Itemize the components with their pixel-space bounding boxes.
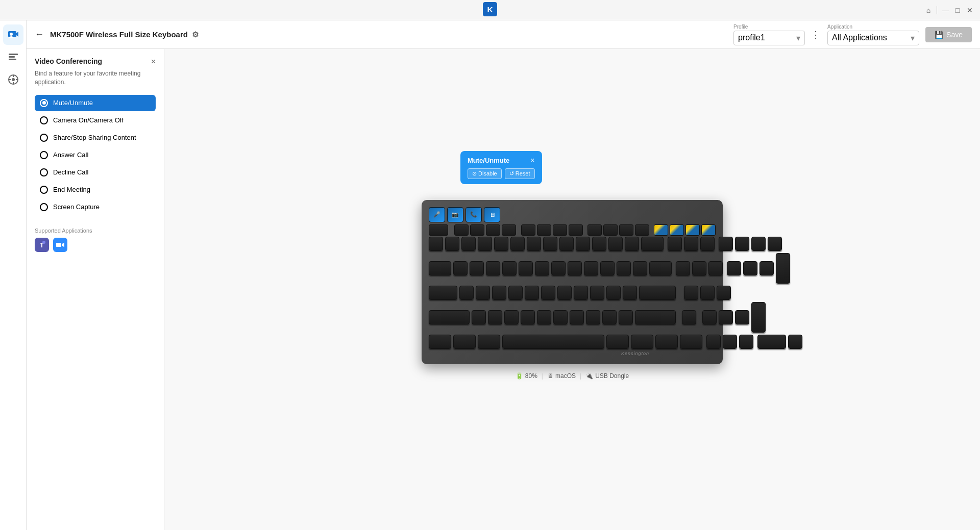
a-key[interactable] [459,286,474,300]
video-conf-nav-button[interactable] [3,24,23,45]
period-key[interactable] [602,310,617,324]
backspace-key[interactable] [641,237,664,251]
ralt-key[interactable] [606,335,629,349]
fn-special-key-1[interactable] [654,224,668,236]
macros-nav-button[interactable] [3,47,23,67]
fn-special-key-3[interactable] [685,224,700,236]
option-mute-unmute[interactable]: Mute/Unmute [35,95,156,111]
num0-key[interactable] [757,335,786,349]
more-options-button[interactable]: ⋮ [811,29,821,40]
z-key[interactable] [472,310,486,324]
option-answer[interactable]: Answer Call [35,147,156,163]
num2-key[interactable] [719,310,733,324]
g-key[interactable] [525,286,539,300]
num-dot-key[interactable] [788,335,802,349]
fn-special-key-4[interactable] [701,224,716,236]
h-key[interactable] [541,286,555,300]
pgup-key[interactable] [700,237,715,251]
delete-key[interactable] [676,261,690,275]
option-share[interactable]: Share/Stop Sharing Content [35,130,156,146]
0-key[interactable] [592,237,606,251]
f8-key[interactable] [569,224,583,236]
j-key[interactable] [557,286,572,300]
lalt-key[interactable] [478,335,500,349]
lwin-key[interactable] [453,335,476,349]
v-key[interactable] [521,310,535,324]
tooltip-reset-button[interactable]: ↺ Reset [505,168,535,179]
space-key[interactable] [502,335,604,349]
s-key[interactable] [476,286,490,300]
fn-special-key-2[interactable] [670,224,684,236]
rshift-key[interactable] [635,310,676,324]
menu-key[interactable] [655,335,678,349]
4-key[interactable] [494,237,508,251]
b-key[interactable] [537,310,551,324]
m-key[interactable] [570,310,584,324]
lshift-key[interactable] [429,310,470,324]
o-key[interactable] [584,261,598,275]
c-key[interactable] [504,310,519,324]
backslash-key[interactable] [649,261,672,275]
num8-key[interactable] [743,261,757,275]
application-select[interactable]: All Applications ▾ [827,31,919,45]
semicolon-key[interactable] [606,286,621,300]
5-key[interactable] [510,237,525,251]
f1-key[interactable] [454,224,469,236]
n-key[interactable] [553,310,568,324]
capslock-key[interactable] [429,286,457,300]
q-key[interactable] [453,261,468,275]
close-button[interactable]: ✕ [966,6,974,14]
end-key[interactable] [692,261,706,275]
u-key[interactable] [551,261,566,275]
tooltip-close-button[interactable]: × [530,156,534,164]
k-key[interactable] [574,286,588,300]
num-plus-key[interactable] [776,253,790,284]
num6-key[interactable] [717,286,731,300]
f2-key[interactable] [470,224,484,236]
tab-key[interactable] [429,261,451,275]
media-key-3[interactable]: 📞 [465,207,482,222]
media-key-4[interactable]: 🖥 [484,207,500,222]
r-key[interactable] [502,261,517,275]
slash-key[interactable] [619,310,633,324]
rbracket-key[interactable] [633,261,647,275]
num9-key[interactable] [760,261,774,275]
profile-select[interactable]: profile1 ▾ [733,31,805,45]
lctrl-key[interactable] [429,335,451,349]
fn-key[interactable] [631,335,653,349]
back-button[interactable]: ← [35,29,44,40]
left-arrow-key[interactable] [706,335,721,349]
down-arrow-key[interactable] [723,335,737,349]
f-key[interactable] [508,286,523,300]
lbracket-key[interactable] [617,261,631,275]
f11-key[interactable] [619,224,633,236]
f10-key[interactable] [603,224,618,236]
panel-close-button[interactable]: × [151,57,156,66]
w-key[interactable] [470,261,484,275]
2-key[interactable] [461,237,476,251]
num5-key[interactable] [700,286,715,300]
f7-key[interactable] [553,224,567,236]
e-key[interactable] [486,261,500,275]
d-key[interactable] [492,286,506,300]
num-minus-key[interactable] [768,237,782,251]
f4-key[interactable] [502,224,516,236]
7-key[interactable] [543,237,557,251]
pgdn-key[interactable] [708,261,723,275]
right-arrow-key[interactable] [739,335,753,349]
up-arrow-key[interactable] [682,310,696,324]
f6-key[interactable] [537,224,551,236]
f3-key[interactable] [486,224,500,236]
quote-key[interactable] [623,286,637,300]
1-key[interactable] [445,237,459,251]
minimize-button[interactable]: — [941,6,949,14]
media-key-2[interactable]: 📷 [447,207,463,222]
num-star-key[interactable] [751,237,766,251]
equal-key[interactable] [625,237,639,251]
t-key[interactable] [519,261,533,275]
num7-key[interactable] [727,261,741,275]
option-end-meeting[interactable]: End Meeting [35,182,156,198]
numlock-key[interactable] [719,237,733,251]
backtick-key[interactable] [429,237,443,251]
num-slash-key[interactable] [735,237,749,251]
